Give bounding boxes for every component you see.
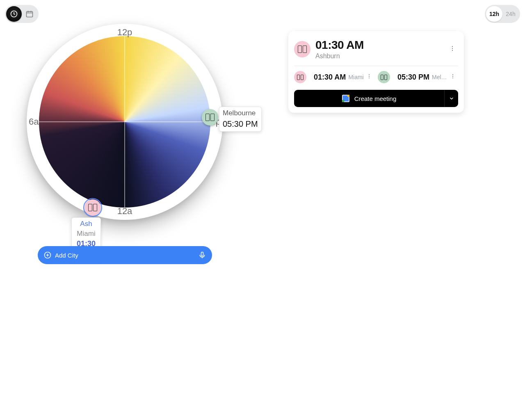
calendar-icon <box>25 10 34 18</box>
chevron-down-icon <box>449 96 454 101</box>
panel-header: 01:30 AM Ashburn <box>294 39 458 60</box>
microphone-icon[interactable] <box>198 251 206 259</box>
dial-label-6a: 6a <box>29 116 39 127</box>
dial-label-12a: 12a <box>117 206 132 217</box>
flag-icon <box>205 114 215 121</box>
svg-rect-1 <box>27 11 33 17</box>
flag-icon <box>381 75 387 80</box>
create-meeting-dropdown[interactable] <box>444 90 458 107</box>
primary-city: Ashburn <box>315 52 447 60</box>
clock-view-toggle[interactable] <box>6 6 22 22</box>
secondary-time: 05:30 PM <box>397 73 429 82</box>
dial-marker-melbourne[interactable] <box>202 109 218 126</box>
secondary-flag-badge <box>378 71 390 83</box>
flag-icon <box>297 75 304 80</box>
svg-point-12 <box>452 78 453 78</box>
svg-point-7 <box>369 74 370 75</box>
google-calendar-icon <box>342 95 349 102</box>
kebab-icon <box>450 73 456 79</box>
flag-icon <box>298 46 307 53</box>
add-city-placeholder: Add City <box>55 252 198 259</box>
create-meeting-label: Create meeting <box>354 95 397 102</box>
svg-rect-3 <box>201 252 203 256</box>
svg-point-8 <box>369 76 370 77</box>
secondary-flag-badge <box>294 71 306 83</box>
secondary-city: Mel… <box>432 74 447 80</box>
kebab-icon <box>366 73 372 79</box>
svg-point-4 <box>452 46 453 47</box>
panel-divider <box>294 66 458 66</box>
primary-more-button[interactable] <box>447 43 458 56</box>
svg-point-11 <box>452 76 453 77</box>
secondary-time: 01:30 AM <box>314 73 346 82</box>
primary-flag-badge <box>294 41 310 57</box>
tooltip-city: Melbourne <box>223 108 258 118</box>
dial-marker-ash-miami[interactable] <box>84 199 101 216</box>
hours-12h-toggle[interactable]: 12h <box>486 6 502 22</box>
primary-time: 01:30 AM <box>315 39 447 52</box>
dial-label-12p: 12p <box>117 27 132 38</box>
world-clock-dial[interactable]: 12p 6p 12a 6a <box>27 24 223 220</box>
svg-point-10 <box>452 74 453 75</box>
tooltip-time: 05:30 PM <box>223 118 258 130</box>
svg-point-9 <box>369 78 370 78</box>
tooltip-city-ash: Ash <box>75 219 97 229</box>
secondary-more-button[interactable] <box>364 71 374 83</box>
create-meeting-button[interactable]: Create meeting <box>294 90 444 107</box>
kebab-icon <box>449 45 456 52</box>
dial-tooltip-melbourne: Melbourne 05:30 PM <box>219 107 262 132</box>
secondary-more-button[interactable] <box>447 71 458 83</box>
secondary-cell-miami: 01:30 AM Miami <box>294 71 374 83</box>
secondary-city: Miami <box>348 74 363 80</box>
svg-point-6 <box>452 50 453 51</box>
add-circle-icon <box>43 251 52 259</box>
tooltip-city-miami: Miami <box>75 229 97 239</box>
calendar-view-toggle[interactable] <box>22 6 37 22</box>
dial-crosshair-horizontal <box>39 122 210 122</box>
view-toggle-group <box>5 5 39 23</box>
hours-24h-toggle[interactable]: 24h <box>502 6 519 22</box>
add-city-input[interactable]: Add City <box>38 246 212 264</box>
hours-toggle-group: 12h 24h <box>485 5 520 23</box>
secondary-row: 01:30 AM Miami 05:30 PM Mel… <box>294 71 458 83</box>
svg-point-5 <box>452 48 453 49</box>
create-meeting-bar: Create meeting <box>294 90 458 107</box>
flag-icon <box>88 204 97 211</box>
secondary-cell-melbourne: 05:30 PM Mel… <box>378 71 458 83</box>
clock-icon <box>10 10 18 18</box>
time-panel: 01:30 AM Ashburn 01:30 AM Miami 05:30 PM… <box>288 31 464 113</box>
